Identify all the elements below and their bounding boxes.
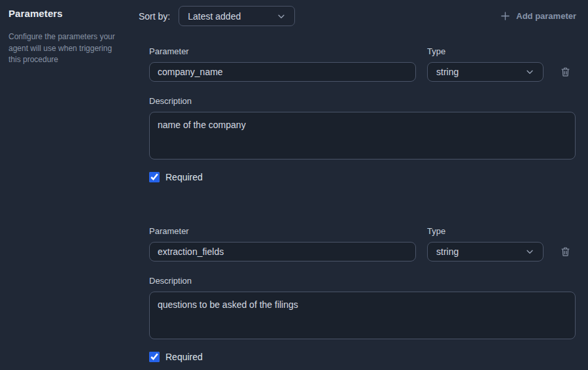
parameter-type-field: Type string bbox=[427, 46, 544, 82]
parameter-description-field: Description name of the company bbox=[149, 96, 576, 160]
parameter-list: Parameter Type string D bbox=[149, 46, 576, 362]
required-checkbox[interactable] bbox=[149, 172, 160, 182]
add-parameter-button[interactable]: Add parameter bbox=[500, 11, 576, 21]
sort-by-label: Sort by: bbox=[139, 11, 170, 22]
delete-parameter-button[interactable] bbox=[560, 242, 570, 261]
toolbar: Sort by: Latest added Add parameter bbox=[139, 6, 576, 26]
parameter-label: Parameter bbox=[149, 226, 416, 236]
chevron-down-icon bbox=[525, 67, 534, 76]
parameter-card: Parameter Type string D bbox=[149, 46, 576, 182]
type-select-value: string bbox=[436, 246, 458, 257]
parameter-description-input[interactable]: name of the company bbox=[149, 112, 576, 160]
sidebar: Parameters Configure the parameters your… bbox=[0, 0, 139, 370]
parameter-type-row: Parameter Type string bbox=[149, 46, 576, 82]
delete-parameter-button[interactable] bbox=[560, 62, 570, 82]
required-row: Required bbox=[149, 352, 576, 362]
description-label: Description bbox=[149, 96, 576, 106]
chevron-down-icon bbox=[277, 12, 286, 21]
parameter-description-input[interactable]: questions to be asked of the filings bbox=[149, 292, 576, 339]
parameter-name-field: Parameter bbox=[149, 46, 416, 82]
page-description: Configure the parameters your agent will… bbox=[9, 31, 126, 66]
type-label: Type bbox=[427, 226, 544, 236]
parameter-type-field: Type string bbox=[427, 226, 544, 261]
plus-icon bbox=[500, 11, 510, 21]
parameter-card: Parameter Type string D bbox=[149, 226, 576, 362]
parameter-name-input[interactable] bbox=[149, 242, 416, 261]
trash-icon bbox=[561, 67, 570, 77]
required-label: Required bbox=[165, 172, 203, 182]
add-parameter-label: Add parameter bbox=[516, 11, 576, 21]
main-content: Sort by: Latest added Add parameter Para… bbox=[139, 0, 588, 370]
type-label: Type bbox=[427, 46, 544, 56]
type-select[interactable]: string bbox=[427, 62, 544, 82]
parameter-type-row: Parameter Type string bbox=[149, 226, 576, 261]
parameters-page: Parameters Configure the parameters your… bbox=[0, 0, 588, 370]
required-row: Required bbox=[149, 172, 576, 182]
type-select-value: string bbox=[436, 67, 458, 77]
required-label: Required bbox=[165, 352, 203, 362]
trash-icon bbox=[561, 246, 570, 257]
type-select[interactable]: string bbox=[427, 242, 544, 261]
parameter-description-field: Description questions to be asked of the… bbox=[149, 276, 576, 339]
parameter-name-input[interactable] bbox=[149, 62, 416, 82]
description-label: Description bbox=[149, 276, 576, 286]
parameter-label: Parameter bbox=[149, 46, 416, 56]
required-checkbox[interactable] bbox=[149, 352, 160, 362]
sort-by-value: Latest added bbox=[188, 11, 241, 22]
chevron-down-icon bbox=[525, 247, 534, 256]
parameter-name-field: Parameter bbox=[149, 226, 416, 261]
page-title: Parameters bbox=[9, 8, 126, 19]
sort-by-select[interactable]: Latest added bbox=[179, 6, 295, 26]
